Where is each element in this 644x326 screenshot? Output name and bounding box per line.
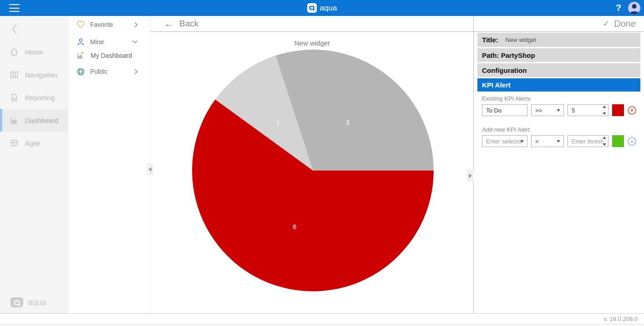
left-sidebar: Home Navigation Reporting xyxy=(0,16,68,313)
caret-down-icon xyxy=(557,109,560,112)
sidebar-item-agile[interactable]: Agile xyxy=(0,132,68,154)
title-label: Title: xyxy=(482,36,498,44)
sidebar-item-reporting[interactable]: Reporting xyxy=(0,86,68,109)
section-path[interactable]: Path: PartyShop xyxy=(477,48,640,62)
widget-preview-area: New widget 316 xyxy=(151,32,473,313)
globe-icon xyxy=(76,67,85,76)
spinner-down-icon[interactable] xyxy=(603,143,606,146)
tree-item-public[interactable]: Public xyxy=(68,64,150,79)
section-configuration[interactable]: Configuration xyxy=(477,63,640,77)
sidebar-item-dashboard[interactable]: Dashboard xyxy=(0,109,68,132)
footer-divider xyxy=(0,324,644,325)
alert-selector-input[interactable] xyxy=(482,104,527,116)
config-sections: Title: New widget Path: PartyShop Config… xyxy=(474,32,644,147)
section-kpi-alert[interactable]: KPI Alert xyxy=(477,78,640,92)
triangle-right-icon xyxy=(469,173,472,178)
chevron-down-icon[interactable] xyxy=(132,40,138,44)
new-alert-color-swatch[interactable] xyxy=(612,135,624,147)
delete-alert-icon[interactable]: ✕ xyxy=(628,106,636,115)
tree-item-label: Public xyxy=(90,68,107,75)
chevron-left-icon xyxy=(11,24,17,35)
done-label: Done xyxy=(614,19,636,29)
new-alert-threshold-placeholder: Enter thresh xyxy=(568,138,608,145)
home-icon xyxy=(10,47,19,56)
tree-item-label: My Dashboard xyxy=(91,52,132,59)
chevron-right-icon[interactable] xyxy=(134,69,138,75)
add-alert-icon[interactable]: + xyxy=(628,137,636,146)
configuration-label: Configuration xyxy=(482,66,527,74)
sidebar-collapse-button[interactable] xyxy=(11,23,18,35)
alert-threshold-value[interactable]: 5 xyxy=(568,107,608,114)
version-label: v. 19.0.208.0 xyxy=(604,316,638,322)
sidebar-item-label: Navigation xyxy=(25,71,57,79)
sidebar-footer-logo: aqua xyxy=(10,297,46,308)
avatar-silhouette-icon xyxy=(628,2,640,14)
back-label: Back xyxy=(179,19,198,29)
alert-selector-value[interactable] xyxy=(482,105,527,116)
back-button[interactable]: ← Back xyxy=(151,16,473,32)
dashboard-tree-panel: Favorite Mine xyxy=(68,16,150,313)
caret-down-icon xyxy=(557,140,560,143)
app-window: aqua ? Home xyxy=(0,0,644,326)
new-alert-selector-dropdown[interactable]: Enter selector xyxy=(482,135,527,147)
sidebar-item-home[interactable]: Home xyxy=(0,41,68,63)
body-row: Home Navigation Reporting xyxy=(0,16,644,313)
title-value[interactable]: New widget xyxy=(506,36,536,43)
expand-right-panel-handle[interactable] xyxy=(467,170,474,182)
spinner-up-icon[interactable] xyxy=(603,106,606,108)
new-alert-operator-value: = xyxy=(535,138,539,145)
kpi-alert-label: KPI Alert xyxy=(482,81,511,89)
section-title[interactable]: Title: New widget xyxy=(477,33,640,47)
alert-operator-value: >= xyxy=(535,107,542,114)
number-spinner[interactable] xyxy=(603,106,606,115)
pie-slice-label: 6 xyxy=(293,223,296,230)
aqua-logo-gray-icon xyxy=(10,297,24,308)
tree-item-favorite[interactable]: Favorite xyxy=(68,17,150,32)
hamburger-menu-icon[interactable] xyxy=(9,4,20,12)
tree-item-label: Favorite xyxy=(90,21,113,28)
existing-alerts-label: Existing KPI Alerts xyxy=(482,95,640,102)
help-icon[interactable]: ? xyxy=(616,3,621,13)
dashboard-icon xyxy=(10,116,19,125)
path-label: Path: PartyShop xyxy=(482,51,535,59)
new-alert-threshold-input[interactable]: Enter thresh xyxy=(568,135,609,147)
sidebar-item-label: Dashboard xyxy=(25,117,58,124)
sidebar-nav: Home Navigation Reporting xyxy=(0,41,68,154)
tree-item-label: Mine xyxy=(90,38,104,46)
tree-item-mine[interactable]: Mine xyxy=(68,34,150,50)
add-alert-label: Add new KPI Alert xyxy=(482,126,640,133)
app-name: aqua xyxy=(320,4,337,13)
status-bar: v. 19.0.208.0 xyxy=(0,313,644,326)
main-content: ← Back New widget 316 xyxy=(150,16,474,313)
dashboard-favorite-icon xyxy=(76,51,86,60)
user-avatar[interactable] xyxy=(628,2,640,14)
new-alert-operator-dropdown[interactable]: = xyxy=(531,135,564,147)
sidebar-logo-text: aqua xyxy=(28,298,46,307)
app-logo: aqua xyxy=(307,3,337,13)
heart-icon xyxy=(76,20,85,29)
aqua-logo-icon xyxy=(307,3,317,13)
top-bar: aqua ? xyxy=(0,0,644,16)
sidebar-item-label: Reporting xyxy=(25,94,55,102)
collapse-left-panel-handle[interactable] xyxy=(147,163,153,175)
report-icon xyxy=(10,93,19,102)
alert-threshold-input[interactable]: 5 xyxy=(568,104,609,116)
tree-item-my-dashboard[interactable]: My Dashboard xyxy=(68,50,150,61)
sidebar-item-label: Home xyxy=(25,48,43,56)
chevron-right-icon[interactable] xyxy=(134,22,138,28)
sidebar-item-label: Agile xyxy=(25,139,40,147)
spinner-up-icon[interactable] xyxy=(603,137,606,139)
sidebar-item-navigation[interactable]: Navigation xyxy=(0,63,68,86)
widget-config-panel: ✓ Done Title: New widget Path: PartyShop… xyxy=(474,16,644,313)
pie-chart: 316 xyxy=(151,32,473,313)
number-spinner[interactable] xyxy=(603,137,606,146)
alert-operator-dropdown[interactable]: >= xyxy=(531,104,564,116)
spinner-down-icon[interactable] xyxy=(603,112,606,115)
caret-down-icon xyxy=(520,140,524,143)
done-button[interactable]: ✓ Done xyxy=(474,16,644,32)
pie-slice-label: 1 xyxy=(276,119,280,126)
triangle-left-icon xyxy=(148,167,152,172)
new-alert-selector-placeholder: Enter selector xyxy=(482,138,522,145)
alert-color-swatch[interactable] xyxy=(612,104,624,116)
map-icon xyxy=(10,70,19,79)
